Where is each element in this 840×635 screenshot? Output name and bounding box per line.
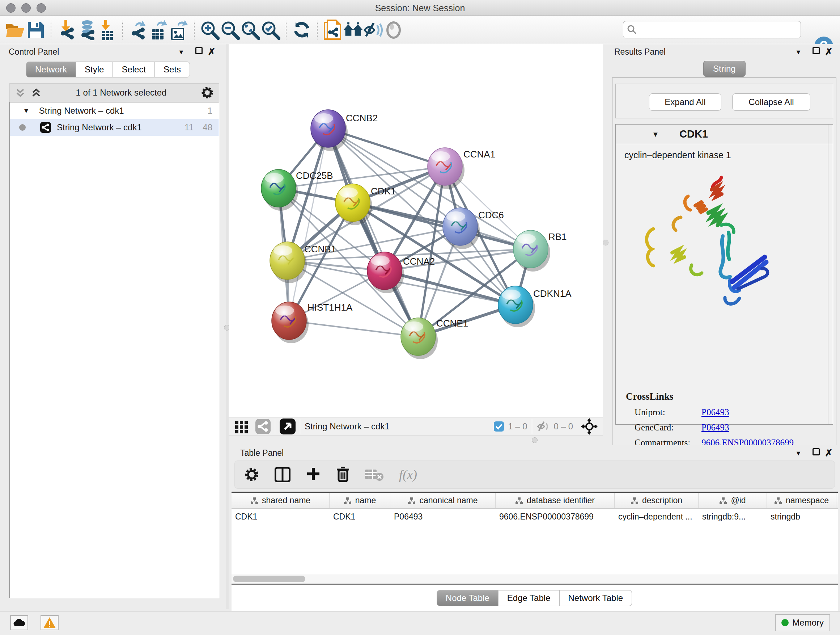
column-header-canonical-name[interactable]: canonical name xyxy=(390,493,496,508)
zoom-fit-icon[interactable] xyxy=(240,20,261,40)
add-column-icon[interactable] xyxy=(306,467,321,482)
cell-database-identifier[interactable]: 9606.ENSP00000378699 xyxy=(496,509,615,524)
tab-select[interactable]: Select xyxy=(113,62,155,78)
tab-sets[interactable]: Sets xyxy=(155,62,190,78)
cell-shared-name[interactable]: CDK1 xyxy=(232,509,330,524)
table-panel-close-icon[interactable]: ✗ xyxy=(825,448,833,459)
control-panel-float-icon[interactable] xyxy=(195,47,202,54)
network-edge[interactable] xyxy=(289,128,328,321)
import-table-icon[interactable] xyxy=(97,20,117,40)
grid-view-icon[interactable] xyxy=(234,419,249,434)
crosslink-link[interactable]: P06493 xyxy=(701,407,729,417)
control-panel-close-icon[interactable]: ✗ xyxy=(208,46,216,57)
column-header-namespace[interactable]: namespace xyxy=(767,493,836,508)
pan-crosshair-icon[interactable] xyxy=(581,418,598,435)
expand-all-icon[interactable] xyxy=(31,87,42,98)
collection-caret-icon[interactable]: ▼ xyxy=(23,107,30,115)
network-node-RB1[interactable] xyxy=(513,230,550,272)
network-node-CCNA1[interactable] xyxy=(428,148,464,189)
network-node-CDC25B[interactable] xyxy=(261,169,298,211)
control-panel-menu-caret-icon[interactable]: ▼ xyxy=(178,49,185,56)
network-node-CDKN1A[interactable] xyxy=(498,286,535,327)
crosslink-link[interactable]: P06493 xyxy=(701,423,729,432)
network-canvas[interactable]: CCNB2CCNA1CDC25BCDK1CDC6RB1CCNB1CCNA2CDK… xyxy=(229,44,603,417)
results-scrollbar[interactable] xyxy=(828,125,829,424)
network-row[interactable]: String Network – cdk1 11 48 xyxy=(10,119,219,136)
table-panel-float-icon[interactable] xyxy=(813,448,820,455)
table-h-scrollbar[interactable] xyxy=(232,574,838,583)
show-all-icon[interactable] xyxy=(384,20,404,40)
network-node-CDK1[interactable] xyxy=(335,184,372,225)
node-label-CCNA1: CCNA1 xyxy=(463,149,495,160)
column-header-@id[interactable]: @id xyxy=(699,493,767,508)
expand-all-button[interactable]: Expand All xyxy=(649,93,722,111)
table-header-row: shared namenamecanonical namedatabase id… xyxy=(232,493,838,509)
cloud-button[interactable] xyxy=(10,615,28,630)
tab-edge-table[interactable]: Edge Table xyxy=(499,590,560,606)
open-session-icon[interactable] xyxy=(5,20,25,40)
network-node-CCNE1[interactable] xyxy=(401,318,438,359)
cell-name[interactable]: CDK1 xyxy=(330,509,390,524)
zoom-out-icon[interactable] xyxy=(220,20,240,40)
search-field[interactable] xyxy=(623,21,801,38)
cloud-icon xyxy=(13,618,25,627)
delete-column-icon[interactable] xyxy=(336,467,350,483)
network-node-CCNB2[interactable] xyxy=(311,110,347,151)
zoom-in-icon[interactable] xyxy=(200,20,220,40)
hide-unhide-icon[interactable] xyxy=(363,20,384,40)
tab-string[interactable]: String xyxy=(703,61,745,77)
cell-@id[interactable]: stringdb:9... xyxy=(699,509,767,524)
collapse-all-icon[interactable] xyxy=(15,87,26,98)
network-node-CDC6[interactable] xyxy=(443,208,480,249)
right-splitter[interactable] xyxy=(603,44,608,445)
column-header-shared-name[interactable]: shared name xyxy=(232,493,330,508)
network-node-CCNA2[interactable] xyxy=(367,252,404,293)
import-network-icon[interactable] xyxy=(57,20,77,40)
save-session-icon[interactable] xyxy=(25,20,46,40)
tab-node-table[interactable]: Node Table xyxy=(437,590,499,606)
cell-canonical-name[interactable]: P06493 xyxy=(390,509,496,524)
scrollbar-thumb[interactable] xyxy=(233,576,305,582)
function-builder-icon: f(x) xyxy=(399,467,417,482)
network-node-HIST1H1A[interactable] xyxy=(272,302,309,343)
show-column-icon[interactable] xyxy=(275,467,291,482)
network-collection-row[interactable]: ▼ String Network – cdk1 1 xyxy=(10,103,219,119)
export-network-icon[interactable] xyxy=(128,20,148,40)
selected-checkbox-icon[interactable] xyxy=(493,421,504,432)
column-header-description[interactable]: description xyxy=(615,493,699,508)
tab-style[interactable]: Style xyxy=(76,62,113,78)
warning-button[interactable] xyxy=(41,615,58,630)
results-panel-close-icon[interactable]: ✗ xyxy=(825,46,833,57)
network-options-gear-icon[interactable] xyxy=(201,86,214,99)
export-table-icon[interactable] xyxy=(148,20,169,40)
zoom-selected-icon[interactable] xyxy=(261,20,281,40)
table-panel-menu-caret-icon[interactable]: ▼ xyxy=(795,450,802,457)
memory-button[interactable]: Memory xyxy=(775,614,830,631)
export-image-icon[interactable] xyxy=(169,20,189,40)
column-header-database-identifier[interactable]: database identifier xyxy=(496,493,615,508)
home-icon[interactable] xyxy=(343,20,363,40)
results-panel-float-icon[interactable] xyxy=(813,47,820,54)
table-settings-gear-icon[interactable] xyxy=(244,467,259,482)
control-panel-tabs: NetworkStyleSelectSets xyxy=(26,62,190,78)
collapse-all-button[interactable]: Collapse All xyxy=(732,93,810,111)
left-splitter[interactable] xyxy=(226,44,229,609)
cell-namespace[interactable]: stringdb xyxy=(767,509,836,524)
column-header-name[interactable]: name xyxy=(330,493,390,508)
search-input[interactable] xyxy=(637,25,793,35)
share-document-icon[interactable] xyxy=(323,20,343,40)
node-label-HIST1H1A: HIST1H1A xyxy=(308,302,353,313)
cell-description[interactable]: cyclin–dependent ... xyxy=(615,509,699,524)
import-network-database-icon[interactable] xyxy=(77,20,97,40)
refresh-icon[interactable] xyxy=(292,20,312,40)
birds-eye-view-icon[interactable] xyxy=(279,418,295,434)
results-panel-menu-caret-icon[interactable]: ▼ xyxy=(795,49,802,56)
table-row[interactable]: CDK1CDK1P064939606.ENSP00000378699cyclin… xyxy=(232,509,838,524)
network-share-icon[interactable] xyxy=(256,419,271,434)
tab-network-table[interactable]: Network Table xyxy=(560,590,632,606)
tab-network[interactable]: Network xyxy=(26,62,76,78)
network-view-toolbar: String Network – cdk1 1 – 0 0 – 0 xyxy=(229,417,603,436)
gene-collapse-caret-icon[interactable]: ▼ xyxy=(652,130,659,139)
node-label-CDC6: CDC6 xyxy=(478,210,504,220)
selected-count: 1 – 0 xyxy=(508,421,527,432)
